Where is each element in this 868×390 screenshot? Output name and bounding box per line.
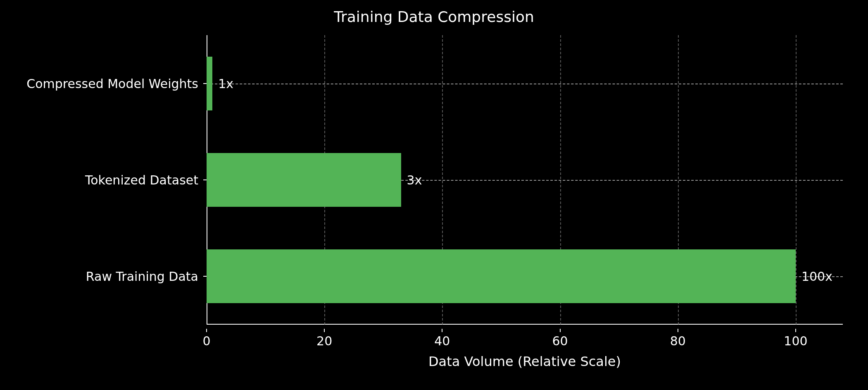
x-axis-ticks: 020406080100 xyxy=(207,329,843,354)
x-tick-mark xyxy=(324,329,325,332)
x-tick-mark xyxy=(560,329,561,332)
x-axis-label: Data Volume (Relative Scale) xyxy=(207,354,843,369)
x-tick-label: 60 xyxy=(552,334,568,348)
plot-area: 100x3x1x xyxy=(207,35,843,325)
y-axis-ticks: Raw Training DataTokenized DatasetCompre… xyxy=(0,35,207,325)
chart-container: Training Data Compression Raw Training D… xyxy=(0,0,868,390)
y-tick-mark xyxy=(203,83,207,84)
y-tick-mark xyxy=(203,179,207,180)
x-tick-mark xyxy=(678,329,678,332)
bar-value-label: 1x xyxy=(218,76,233,91)
grid-horizontal xyxy=(207,84,843,84)
y-tick-label: Raw Training Data xyxy=(86,269,198,284)
x-tick-label: 0 xyxy=(202,334,210,348)
y-tick-mark xyxy=(203,276,207,277)
bar xyxy=(207,153,401,207)
x-tick-label: 80 xyxy=(670,334,686,348)
x-axis-spine xyxy=(207,324,843,325)
bar xyxy=(207,249,796,303)
bar-value-label: 100x xyxy=(801,269,832,284)
chart-title: Training Data Compression xyxy=(0,8,868,25)
x-tick-mark xyxy=(795,329,796,332)
x-tick-label: 100 xyxy=(784,334,807,348)
bar-value-label: 3x xyxy=(407,173,422,187)
x-tick-label: 40 xyxy=(434,334,450,348)
y-tick-label: Compressed Model Weights xyxy=(26,76,198,91)
x-tick-mark xyxy=(442,329,442,332)
x-tick-label: 20 xyxy=(316,334,332,348)
bar xyxy=(207,57,212,110)
x-tick-mark xyxy=(206,329,207,332)
y-tick-label: Tokenized Dataset xyxy=(85,173,198,187)
